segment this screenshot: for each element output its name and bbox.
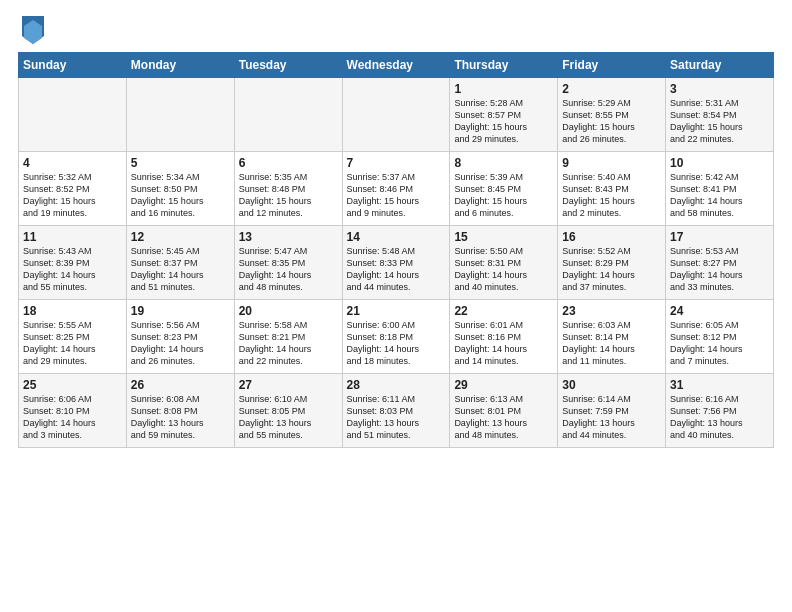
cell-info: Sunrise: 5:53 AM Sunset: 8:27 PM Dayligh… bbox=[670, 245, 769, 294]
logo bbox=[18, 16, 44, 44]
calendar-cell: 16Sunrise: 5:52 AM Sunset: 8:29 PM Dayli… bbox=[558, 226, 666, 300]
calendar-cell: 10Sunrise: 5:42 AM Sunset: 8:41 PM Dayli… bbox=[666, 152, 774, 226]
cell-info: Sunrise: 5:29 AM Sunset: 8:55 PM Dayligh… bbox=[562, 97, 661, 146]
day-number: 5 bbox=[131, 156, 230, 170]
calendar-cell: 26Sunrise: 6:08 AM Sunset: 8:08 PM Dayli… bbox=[126, 374, 234, 448]
week-row-3: 11Sunrise: 5:43 AM Sunset: 8:39 PM Dayli… bbox=[19, 226, 774, 300]
week-row-1: 1Sunrise: 5:28 AM Sunset: 8:57 PM Daylig… bbox=[19, 78, 774, 152]
cell-info: Sunrise: 5:48 AM Sunset: 8:33 PM Dayligh… bbox=[347, 245, 446, 294]
day-header-monday: Monday bbox=[126, 53, 234, 78]
cell-info: Sunrise: 5:35 AM Sunset: 8:48 PM Dayligh… bbox=[239, 171, 338, 220]
day-number: 25 bbox=[23, 378, 122, 392]
day-number: 8 bbox=[454, 156, 553, 170]
logo-icon bbox=[22, 16, 44, 44]
calendar-cell: 2Sunrise: 5:29 AM Sunset: 8:55 PM Daylig… bbox=[558, 78, 666, 152]
cell-info: Sunrise: 5:58 AM Sunset: 8:21 PM Dayligh… bbox=[239, 319, 338, 368]
cell-info: Sunrise: 5:32 AM Sunset: 8:52 PM Dayligh… bbox=[23, 171, 122, 220]
day-header-saturday: Saturday bbox=[666, 53, 774, 78]
calendar-cell: 14Sunrise: 5:48 AM Sunset: 8:33 PM Dayli… bbox=[342, 226, 450, 300]
cell-info: Sunrise: 5:43 AM Sunset: 8:39 PM Dayligh… bbox=[23, 245, 122, 294]
calendar-cell: 24Sunrise: 6:05 AM Sunset: 8:12 PM Dayli… bbox=[666, 300, 774, 374]
day-number: 23 bbox=[562, 304, 661, 318]
cell-info: Sunrise: 6:08 AM Sunset: 8:08 PM Dayligh… bbox=[131, 393, 230, 442]
calendar-cell: 19Sunrise: 5:56 AM Sunset: 8:23 PM Dayli… bbox=[126, 300, 234, 374]
cell-info: Sunrise: 6:10 AM Sunset: 8:05 PM Dayligh… bbox=[239, 393, 338, 442]
day-header-tuesday: Tuesday bbox=[234, 53, 342, 78]
calendar-cell: 18Sunrise: 5:55 AM Sunset: 8:25 PM Dayli… bbox=[19, 300, 127, 374]
cell-info: Sunrise: 5:34 AM Sunset: 8:50 PM Dayligh… bbox=[131, 171, 230, 220]
calendar-cell: 21Sunrise: 6:00 AM Sunset: 8:18 PM Dayli… bbox=[342, 300, 450, 374]
day-number: 6 bbox=[239, 156, 338, 170]
cell-info: Sunrise: 5:42 AM Sunset: 8:41 PM Dayligh… bbox=[670, 171, 769, 220]
calendar-cell: 4Sunrise: 5:32 AM Sunset: 8:52 PM Daylig… bbox=[19, 152, 127, 226]
day-number: 1 bbox=[454, 82, 553, 96]
calendar-cell: 13Sunrise: 5:47 AM Sunset: 8:35 PM Dayli… bbox=[234, 226, 342, 300]
calendar-cell: 8Sunrise: 5:39 AM Sunset: 8:45 PM Daylig… bbox=[450, 152, 558, 226]
day-number: 3 bbox=[670, 82, 769, 96]
cell-info: Sunrise: 6:13 AM Sunset: 8:01 PM Dayligh… bbox=[454, 393, 553, 442]
day-number: 20 bbox=[239, 304, 338, 318]
calendar-cell: 23Sunrise: 6:03 AM Sunset: 8:14 PM Dayli… bbox=[558, 300, 666, 374]
day-number: 22 bbox=[454, 304, 553, 318]
cell-info: Sunrise: 5:40 AM Sunset: 8:43 PM Dayligh… bbox=[562, 171, 661, 220]
cell-info: Sunrise: 6:05 AM Sunset: 8:12 PM Dayligh… bbox=[670, 319, 769, 368]
day-number: 21 bbox=[347, 304, 446, 318]
day-number: 28 bbox=[347, 378, 446, 392]
day-header-friday: Friday bbox=[558, 53, 666, 78]
day-number: 10 bbox=[670, 156, 769, 170]
day-number: 27 bbox=[239, 378, 338, 392]
calendar-cell: 11Sunrise: 5:43 AM Sunset: 8:39 PM Dayli… bbox=[19, 226, 127, 300]
cell-info: Sunrise: 6:01 AM Sunset: 8:16 PM Dayligh… bbox=[454, 319, 553, 368]
cell-info: Sunrise: 6:14 AM Sunset: 7:59 PM Dayligh… bbox=[562, 393, 661, 442]
day-number: 24 bbox=[670, 304, 769, 318]
calendar-cell: 28Sunrise: 6:11 AM Sunset: 8:03 PM Dayli… bbox=[342, 374, 450, 448]
cell-info: Sunrise: 5:45 AM Sunset: 8:37 PM Dayligh… bbox=[131, 245, 230, 294]
calendar-cell: 12Sunrise: 5:45 AM Sunset: 8:37 PM Dayli… bbox=[126, 226, 234, 300]
cell-info: Sunrise: 5:56 AM Sunset: 8:23 PM Dayligh… bbox=[131, 319, 230, 368]
day-number: 30 bbox=[562, 378, 661, 392]
week-row-4: 18Sunrise: 5:55 AM Sunset: 8:25 PM Dayli… bbox=[19, 300, 774, 374]
day-header-thursday: Thursday bbox=[450, 53, 558, 78]
cell-info: Sunrise: 5:37 AM Sunset: 8:46 PM Dayligh… bbox=[347, 171, 446, 220]
day-number: 15 bbox=[454, 230, 553, 244]
header-row: SundayMondayTuesdayWednesdayThursdayFrid… bbox=[19, 53, 774, 78]
day-number: 13 bbox=[239, 230, 338, 244]
cell-info: Sunrise: 5:50 AM Sunset: 8:31 PM Dayligh… bbox=[454, 245, 553, 294]
page: SundayMondayTuesdayWednesdayThursdayFrid… bbox=[0, 0, 792, 612]
calendar-cell bbox=[19, 78, 127, 152]
calendar-cell: 20Sunrise: 5:58 AM Sunset: 8:21 PM Dayli… bbox=[234, 300, 342, 374]
cell-info: Sunrise: 5:47 AM Sunset: 8:35 PM Dayligh… bbox=[239, 245, 338, 294]
calendar-cell: 31Sunrise: 6:16 AM Sunset: 7:56 PM Dayli… bbox=[666, 374, 774, 448]
day-number: 2 bbox=[562, 82, 661, 96]
calendar-cell: 30Sunrise: 6:14 AM Sunset: 7:59 PM Dayli… bbox=[558, 374, 666, 448]
day-number: 19 bbox=[131, 304, 230, 318]
calendar-cell: 27Sunrise: 6:10 AM Sunset: 8:05 PM Dayli… bbox=[234, 374, 342, 448]
calendar-cell: 15Sunrise: 5:50 AM Sunset: 8:31 PM Dayli… bbox=[450, 226, 558, 300]
day-number: 17 bbox=[670, 230, 769, 244]
calendar-cell: 17Sunrise: 5:53 AM Sunset: 8:27 PM Dayli… bbox=[666, 226, 774, 300]
day-number: 4 bbox=[23, 156, 122, 170]
cell-info: Sunrise: 6:06 AM Sunset: 8:10 PM Dayligh… bbox=[23, 393, 122, 442]
calendar-cell: 3Sunrise: 5:31 AM Sunset: 8:54 PM Daylig… bbox=[666, 78, 774, 152]
day-number: 12 bbox=[131, 230, 230, 244]
cell-info: Sunrise: 5:39 AM Sunset: 8:45 PM Dayligh… bbox=[454, 171, 553, 220]
cell-info: Sunrise: 6:16 AM Sunset: 7:56 PM Dayligh… bbox=[670, 393, 769, 442]
calendar-cell: 9Sunrise: 5:40 AM Sunset: 8:43 PM Daylig… bbox=[558, 152, 666, 226]
day-header-sunday: Sunday bbox=[19, 53, 127, 78]
week-row-5: 25Sunrise: 6:06 AM Sunset: 8:10 PM Dayli… bbox=[19, 374, 774, 448]
calendar-cell bbox=[342, 78, 450, 152]
day-number: 11 bbox=[23, 230, 122, 244]
cell-info: Sunrise: 5:55 AM Sunset: 8:25 PM Dayligh… bbox=[23, 319, 122, 368]
day-number: 9 bbox=[562, 156, 661, 170]
day-number: 14 bbox=[347, 230, 446, 244]
day-number: 7 bbox=[347, 156, 446, 170]
day-number: 31 bbox=[670, 378, 769, 392]
cell-info: Sunrise: 6:11 AM Sunset: 8:03 PM Dayligh… bbox=[347, 393, 446, 442]
week-row-2: 4Sunrise: 5:32 AM Sunset: 8:52 PM Daylig… bbox=[19, 152, 774, 226]
calendar-cell bbox=[126, 78, 234, 152]
calendar-cell: 1Sunrise: 5:28 AM Sunset: 8:57 PM Daylig… bbox=[450, 78, 558, 152]
cell-info: Sunrise: 6:03 AM Sunset: 8:14 PM Dayligh… bbox=[562, 319, 661, 368]
day-number: 18 bbox=[23, 304, 122, 318]
calendar-cell: 5Sunrise: 5:34 AM Sunset: 8:50 PM Daylig… bbox=[126, 152, 234, 226]
cell-info: Sunrise: 5:28 AM Sunset: 8:57 PM Dayligh… bbox=[454, 97, 553, 146]
